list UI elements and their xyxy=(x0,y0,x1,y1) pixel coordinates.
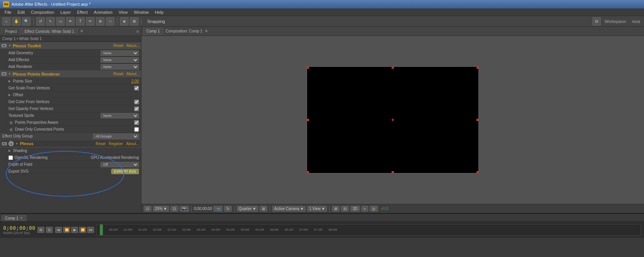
toolbar-sep-4 xyxy=(329,206,330,212)
menu-effect[interactable]: Effect xyxy=(74,9,91,15)
tool-extra2[interactable]: ⊞ xyxy=(130,17,138,26)
zoom-dropdown[interactable]: 25% ▼ xyxy=(153,206,169,212)
tool-rect[interactable]: ▭ xyxy=(56,17,65,26)
prop-points-perspective: ◎ Points Perspective Aware xyxy=(6,119,141,126)
opengl-checkbox[interactable] xyxy=(8,155,13,160)
export-svg-button[interactable]: EXPORT SVG xyxy=(111,169,139,174)
tl-btn-1[interactable]: ⊞ xyxy=(37,227,44,233)
menu-help[interactable]: Help xyxy=(152,9,167,15)
comp-content: ✦ xyxy=(141,36,644,204)
timeline-close[interactable]: ✕ xyxy=(20,216,23,220)
tool-clone[interactable]: ⊕ xyxy=(96,17,104,26)
panel-menu[interactable]: ≡ xyxy=(136,28,140,34)
reset-plexus[interactable]: Reset xyxy=(96,142,106,146)
tool-select[interactable]: ↖ xyxy=(46,17,55,26)
3d-btn[interactable]: 3D xyxy=(350,206,360,212)
menu-animation[interactable]: Animation xyxy=(91,9,115,15)
prop-export-svg: Export SVG EXPORT SVG xyxy=(6,168,141,175)
timeline-tab[interactable]: Comp 1 ✕ xyxy=(2,215,26,221)
app-icon: Ae xyxy=(3,1,9,7)
tl-skip-end[interactable]: ⏭ xyxy=(87,227,94,233)
fit-to-screen[interactable]: ⊡ xyxy=(144,206,151,212)
panel-close[interactable]: ✕ xyxy=(79,29,84,34)
mark-7: 03:15f xyxy=(194,228,208,231)
ruler-marks: 00:15f 01:00f 01:15f 02:00f 02:15f 03:00… xyxy=(106,228,340,231)
scale-vertices-checkbox[interactable] xyxy=(134,86,139,91)
menu-view[interactable]: View xyxy=(115,9,131,15)
draw-connected-checkbox[interactable] xyxy=(134,127,139,132)
prop-name-add-renderer: Add Renderer xyxy=(8,65,101,69)
tl-btn-2[interactable]: ⊟ xyxy=(46,227,53,233)
quality-dropdown[interactable]: Quarter ▼ xyxy=(237,206,258,212)
timecode-display: 0;00;00;00 xyxy=(194,207,212,211)
tab-effect-controls[interactable]: Effect Controls: White Solid 1 xyxy=(21,28,78,34)
tl-play[interactable]: ▶ xyxy=(71,227,78,233)
fast-preview-btn[interactable]: ⊞ xyxy=(260,206,267,212)
section-title-points: Plexus Points Renderer xyxy=(13,72,113,76)
prop-name-draw-connected: Draw Only Connected Points xyxy=(15,127,134,131)
section-title-plexus: Plexus xyxy=(20,141,96,146)
add-geometry-select[interactable]: None xyxy=(101,50,139,56)
menu-composition[interactable]: Composition xyxy=(28,9,57,15)
view-count-dropdown[interactable]: 1 View ▼ xyxy=(307,206,327,212)
motion-btn[interactable]: ≈ xyxy=(361,206,368,212)
plexus-points-renderer-header[interactable]: fx ▼ Plexus Points Renderer Reset About.… xyxy=(0,70,141,78)
tl-frame-back[interactable]: ⏪ xyxy=(63,227,70,233)
tool-zoom[interactable]: 🔍 xyxy=(22,17,31,26)
comp-tab[interactable]: Comp 1 xyxy=(143,28,163,35)
register-plexus[interactable]: Register xyxy=(109,142,123,146)
zoom-arrow: ▼ xyxy=(163,207,167,211)
depth-field-select[interactable]: Off xyxy=(101,162,139,167)
add-renderer-select[interactable]: None xyxy=(101,64,139,70)
tab-project[interactable]: Project xyxy=(2,28,20,34)
reset-toolkit[interactable]: Reset xyxy=(113,44,123,48)
tool-rotate[interactable]: ↺ xyxy=(36,17,45,26)
add-effector-select[interactable]: None xyxy=(101,57,139,63)
prop-name-add-effector: Add Effector xyxy=(8,58,101,62)
prop-add-renderer: Add Renderer None xyxy=(6,63,141,70)
plexus-toolkit-header[interactable]: fx ▼ Plexus Toolkit Reset About... xyxy=(0,42,141,50)
tl-frame-fwd[interactable]: ⏩ xyxy=(79,227,86,233)
reset-points[interactable]: Reset xyxy=(113,72,123,76)
camera-view-dropdown[interactable]: Active Camera ▼ xyxy=(272,206,306,212)
menu-window[interactable]: Window xyxy=(131,9,152,15)
color-vertices-checkbox[interactable] xyxy=(134,100,139,104)
effect-group-select[interactable]: All Groups xyxy=(93,134,139,139)
refresh-btn[interactable]: ↻ xyxy=(224,206,232,212)
about-toolkit[interactable]: About... xyxy=(127,44,140,48)
prop-depth-field: Depth of Field Off xyxy=(6,161,141,168)
plexus-header[interactable]: fx ● ▼ Plexus Reset Register About... xyxy=(0,140,141,147)
tool-extra1[interactable]: ◈ xyxy=(120,17,128,26)
mark-13: 06:15f xyxy=(281,228,296,231)
toolbar-sep xyxy=(191,206,192,212)
tool-home[interactable]: ⌂ xyxy=(2,17,11,26)
opacity-vertices-checkbox[interactable] xyxy=(134,107,139,111)
snap-btn[interactable]: ◎ xyxy=(370,206,378,212)
tool-puppet[interactable]: ☆ xyxy=(106,17,114,26)
prop-points-size: ▶ Points Size 2.00 xyxy=(6,78,141,85)
toolbar-sep-2 xyxy=(117,18,117,25)
tool-hand[interactable]: ✋ xyxy=(12,17,21,26)
textured-sprite-select[interactable]: None xyxy=(101,113,139,118)
prop-draw-connected: ◎ Draw Only Connected Points xyxy=(6,126,141,133)
comp-close[interactable]: ✕ xyxy=(204,29,208,34)
points-perspective-checkbox[interactable] xyxy=(134,120,139,125)
menu-file[interactable]: File xyxy=(2,9,15,15)
mask-btn[interactable]: ⊟ xyxy=(341,206,349,212)
tool-pen[interactable]: ✒ xyxy=(66,17,75,26)
about-points[interactable]: About... xyxy=(127,72,140,76)
handle-ml xyxy=(307,119,309,121)
tl-skip-start[interactable]: ⏮ xyxy=(55,227,62,233)
comp-canvas: ✦ xyxy=(307,66,479,173)
menu-layer[interactable]: Layer xyxy=(57,9,74,15)
about-plexus[interactable]: About... xyxy=(126,142,139,146)
tool-text[interactable]: T xyxy=(76,17,85,26)
grid-btn[interactable]: ⊞ xyxy=(332,206,340,212)
tool-brush[interactable]: ✏ xyxy=(86,17,94,26)
workspace-icon[interactable]: ⊟ xyxy=(592,17,601,26)
snapshot-btn[interactable]: 📷 xyxy=(180,206,189,212)
menu-edit[interactable]: Edit xyxy=(15,9,28,15)
camera-btn[interactable]: 📹 xyxy=(213,206,223,212)
points-size-value[interactable]: 2.00 xyxy=(132,79,139,83)
preview-btn[interactable]: ⊡ xyxy=(171,206,178,212)
